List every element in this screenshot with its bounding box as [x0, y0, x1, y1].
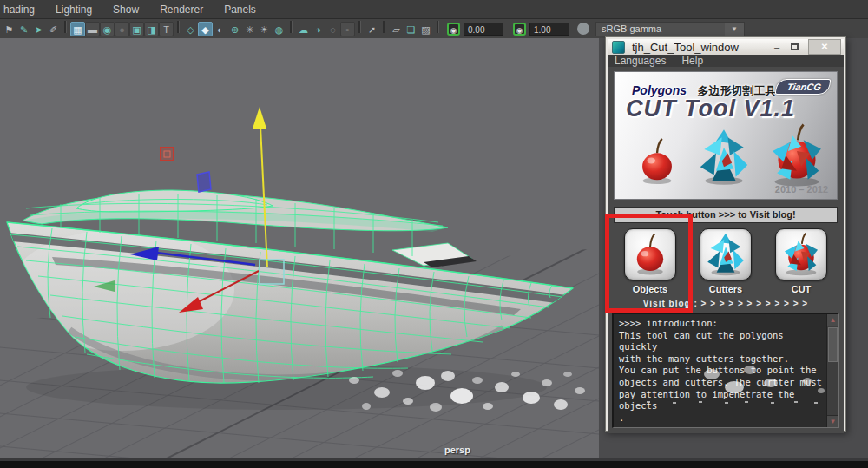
exposure-field[interactable]: 0.00 — [464, 23, 503, 36]
perspective-viewport[interactable]: persp — [0, 38, 599, 461]
select-tool-icon[interactable]: ➚ — [365, 22, 379, 36]
grease-pencil-icon[interactable]: ✎ — [16, 22, 31, 36]
cut-apple-icon — [775, 228, 827, 280]
cut-button[interactable]: CUT — [770, 228, 832, 294]
textured-icon[interactable]: ◐ — [213, 22, 227, 36]
pencil-icon[interactable]: ✐ — [46, 22, 61, 36]
menu-help[interactable]: Help — [681, 55, 703, 67]
toolbar-separator — [177, 21, 180, 33]
toolbar-separator — [358, 21, 361, 33]
film-gate-icon[interactable]: ▬ — [85, 22, 100, 36]
window-menu-bar: Languages Help — [608, 55, 844, 67]
depth-peel-icon[interactable]: ▪ — [340, 22, 355, 36]
image-plane-icon[interactable]: ▨ — [418, 22, 433, 36]
multisample-icon[interactable]: ◌ — [326, 22, 340, 36]
xray-icon[interactable]: ✳ — [242, 22, 257, 36]
minimize-button[interactable]: – — [768, 41, 786, 54]
toolbar-separator — [290, 21, 293, 33]
description-textarea[interactable]: >>>> introduction: This tool can cut the… — [612, 313, 839, 428]
ship-top-cabin — [76, 190, 273, 212]
menu-item-lighting[interactable]: Lighting — [56, 3, 92, 16]
view-transform-icon[interactable] — [577, 23, 589, 35]
crystal-image — [700, 129, 747, 184]
shaded-icon[interactable]: ◆ — [198, 22, 213, 36]
gamma-icon[interactable]: ◉ — [513, 23, 526, 36]
resolution-gate-icon[interactable]: ◉ — [100, 22, 115, 36]
description-text: >>>> introduction: This tool can cut the… — [614, 314, 838, 427]
viewport-scene — [0, 38, 599, 461]
camera-label: persp — [444, 445, 470, 455]
scroll-down-icon[interactable]: ▼ — [827, 415, 838, 427]
menu-item-hading[interactable]: hading — [3, 3, 35, 16]
ship-model[interactable] — [7, 190, 573, 383]
bottom-bar — [0, 461, 868, 468]
window-titlebar[interactable]: tjh_Cut_Tool_window – ✕ — [608, 39, 844, 55]
cut-button-label: CUT — [792, 284, 812, 294]
panel-menu-bar: hadingLightingShowRendererPanels — [0, 0, 868, 19]
viewport-toolbar: ⚑✎➤✐▦▬◉●▣◨T◇◆◐⊛✳☀◍☁◑◌▪➚▱❏▨ ◉ 0.00 ◉ 1.00… — [0, 19, 868, 38]
cutters-button-label: Cutters — [709, 284, 743, 294]
scroll-up-icon[interactable]: ▲ — [827, 314, 838, 326]
menu-item-panels[interactable]: Panels — [224, 3, 256, 16]
wireframe-icon[interactable]: ◇ — [183, 22, 198, 36]
gamma-field[interactable]: 1.00 — [529, 23, 569, 36]
plane-handle-blue[interactable] — [197, 172, 211, 192]
toolbar-separator — [383, 21, 385, 33]
ao-icon[interactable]: ☁ — [296, 22, 311, 36]
window-title: tjh_Cut_Tool_window — [632, 41, 768, 54]
safe-title-icon[interactable]: T — [159, 22, 174, 36]
duplicate-view-icon[interactable]: ❏ — [404, 22, 418, 36]
chevron-down-icon[interactable]: ▼ — [725, 23, 744, 36]
plane-handle-red[interactable] — [161, 148, 174, 161]
tiancg-logo: TianCG — [774, 79, 831, 95]
y-axis-handle[interactable] — [260, 126, 267, 267]
shadows-icon[interactable]: ◍ — [272, 22, 286, 36]
toolbar-separator — [437, 21, 439, 33]
annotation-highlight-box — [605, 214, 693, 313]
toolbar-icons: ⚑✎➤✐▦▬◉●▣◨T◇◆◐⊛✳☀◍☁◑◌▪➚▱❏▨ — [2, 21, 443, 36]
center-handle[interactable] — [260, 260, 284, 284]
apple-image — [642, 139, 672, 184]
maya-icon — [612, 41, 625, 54]
bookmark-icon[interactable]: ⚑ — [2, 22, 16, 36]
crystal-icon — [700, 228, 752, 280]
isolate-select-icon[interactable]: ▱ — [389, 22, 404, 36]
cutters-button[interactable]: Cutters — [694, 228, 757, 294]
wireframe-on-shaded-icon[interactable]: ⊛ — [227, 22, 242, 36]
maximize-icon — [791, 43, 799, 50]
ik-handle-icon[interactable]: ➤ — [31, 22, 46, 36]
safe-action-icon[interactable]: ◨ — [144, 22, 159, 36]
maya-application: hadingLightingShowRendererPanels ⚑✎➤✐▦▬◉… — [0, 0, 868, 468]
grid-icon[interactable]: ▦ — [70, 22, 85, 36]
close-button[interactable]: ✕ — [808, 39, 841, 55]
banner: Polygons 多边形切割工具 CUT Tool V1.1 TianCG 20… — [614, 71, 838, 200]
toolbar-separator — [64, 21, 67, 33]
menu-item-renderer[interactable]: Renderer — [160, 3, 203, 16]
menu-languages[interactable]: Languages — [615, 55, 666, 67]
cut-apple-image — [773, 125, 821, 187]
maximize-button[interactable] — [786, 41, 803, 54]
gate-mask-icon[interactable]: ● — [115, 22, 129, 36]
motion-blur-icon[interactable]: ◑ — [311, 22, 326, 36]
scrollbar-thumb[interactable] — [828, 327, 838, 362]
colorspace-dropdown[interactable]: sRGB gamma ▼ — [595, 22, 745, 36]
menu-item-show[interactable]: Show — [113, 3, 139, 16]
y-axis-arrowhead[interactable] — [253, 107, 266, 129]
field-chart-icon[interactable]: ▣ — [129, 22, 144, 36]
scrollbar[interactable]: ▲ ▼ — [826, 314, 838, 427]
lighting-icon[interactable]: ☀ — [257, 22, 272, 36]
exposure-icon[interactable]: ◉ — [447, 23, 460, 36]
colorspace-value: sRGB gamma — [602, 23, 661, 34]
banner-years: 2010 – 2012 — [775, 184, 828, 194]
